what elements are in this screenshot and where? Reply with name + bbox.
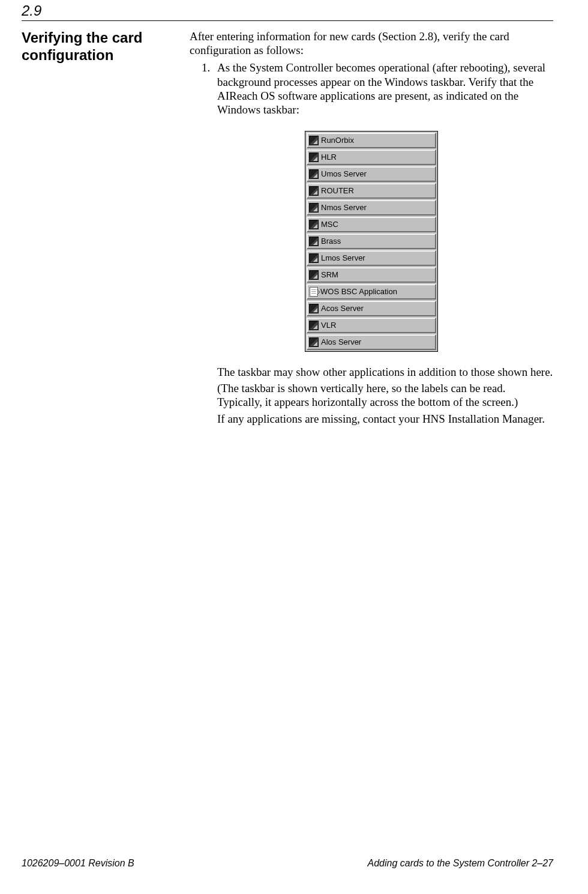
taskbar-label: ROUTER	[321, 186, 354, 196]
taskbar-label: SRM	[321, 270, 338, 280]
step-text: As the System Controller becomes operati…	[217, 61, 553, 116]
taskbar-button: VLR	[307, 318, 436, 333]
taskbar-button: Umos Server	[307, 166, 436, 182]
taskbar-label: Umos Server	[321, 169, 367, 179]
taskbar-label: Acos Server	[321, 304, 364, 313]
app-icon	[309, 220, 319, 229]
app-icon	[309, 304, 319, 313]
app-icon	[309, 321, 319, 330]
footer-right: Adding cards to the System Controller 2–…	[368, 858, 554, 869]
taskbar-button: SRM	[307, 267, 436, 283]
app-icon	[309, 253, 319, 263]
taskbar-label: WOS BSC Application	[320, 287, 397, 297]
app-icon	[309, 237, 319, 246]
app-icon	[309, 186, 319, 196]
step-number: 1.	[190, 61, 217, 116]
taskbar-label: RunOrbix	[321, 136, 354, 145]
taskbar-label: VLR	[321, 321, 336, 330]
taskbar-button: Lmos Server	[307, 250, 436, 266]
divider	[22, 20, 553, 21]
taskbar-button: Acos Server	[307, 301, 436, 316]
taskbar-label: Brass	[321, 237, 341, 246]
taskbar-button: HLR	[307, 150, 436, 165]
app-icon	[309, 270, 319, 280]
taskbar-button: Brass	[307, 234, 436, 249]
taskbar-label: Nmos Server	[321, 203, 367, 213]
taskbar-label: MSC	[321, 220, 338, 229]
note-paragraph: The taskbar may show other applications …	[217, 365, 553, 379]
intro-paragraph: After entering information for new cards…	[190, 29, 553, 57]
taskbar-button: Alos Server	[307, 334, 436, 350]
footer-left: 1026209–0001 Revision B	[22, 858, 134, 869]
doc-icon	[310, 287, 318, 297]
app-icon	[309, 153, 319, 162]
taskbar-label: Lmos Server	[321, 253, 365, 263]
note-paragraph: If any applications are missing, contact…	[217, 412, 553, 426]
taskbar-button: MSC	[307, 217, 436, 232]
note-paragraph: (The taskbar is shown vertically here, s…	[217, 381, 553, 409]
section-title: Verifying the card configuration	[22, 29, 178, 64]
taskbar-label: Alos Server	[321, 337, 361, 347]
taskbar-button: ROUTER	[307, 183, 436, 199]
taskbar-image: RunOrbix HLR Umos Server ROUTER Nmos Ser…	[305, 131, 438, 352]
section-number: 2.9	[22, 0, 553, 20]
taskbar-label: HLR	[321, 153, 337, 162]
taskbar-button: RunOrbix	[307, 133, 436, 148]
app-icon	[309, 203, 319, 213]
app-icon	[309, 337, 319, 347]
taskbar-button: WOS BSC Application	[307, 284, 436, 300]
app-icon	[309, 169, 319, 179]
app-icon	[309, 136, 319, 145]
taskbar-button: Nmos Server	[307, 200, 436, 216]
